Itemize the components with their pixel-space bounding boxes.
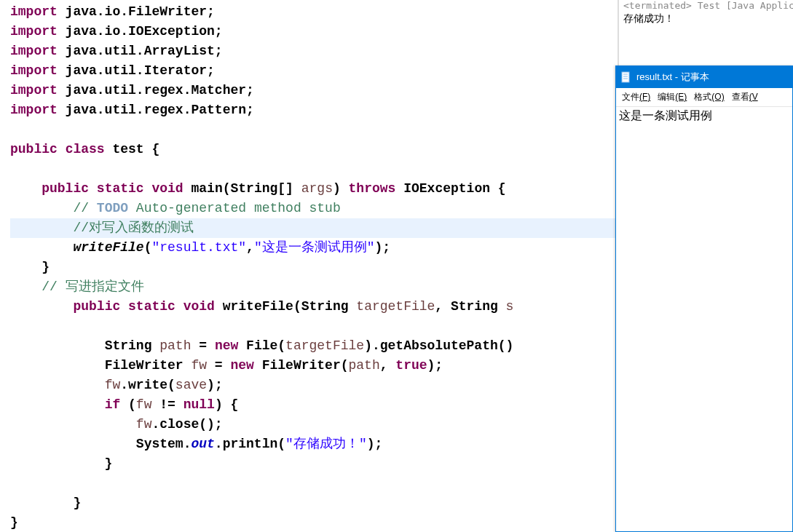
filewriter-line: FileWriter fw = new FileWriter(path, tru… <box>10 356 618 376</box>
file-comment: // 写进指定文件 <box>10 277 618 297</box>
path-line: String path = new File(targetFile).getAb… <box>10 336 618 356</box>
code-line: import java.util.regex.Pattern; <box>10 100 618 120</box>
class-declaration: public class test { <box>10 140 618 159</box>
close-class-brace: } <box>10 513 618 532</box>
highlighted-comment: //对写入函数的测试 <box>10 218 618 238</box>
notepad-window[interactable]: result.txt - 记事本 文件(F) 编辑(E) 格式(O) 查看(V … <box>615 65 793 532</box>
fw-write-line: fw.write(save); <box>10 376 618 395</box>
if-line: if (fw != null) { <box>10 395 618 415</box>
close-if-brace: } <box>10 454 618 474</box>
blank-line <box>10 159 618 179</box>
code-line: import java.util.Iterator; <box>10 61 618 81</box>
notepad-content[interactable]: 这是一条测试用例 <box>616 107 792 125</box>
blank-line <box>10 474 618 493</box>
notepad-titlebar[interactable]: result.txt - 记事本 <box>616 66 792 88</box>
notepad-icon <box>620 71 632 83</box>
blank-line <box>10 120 618 140</box>
console-output: 存储成功！ <box>620 11 793 27</box>
code-editor[interactable]: import java.io.FileWriter; import java.i… <box>0 0 619 532</box>
main-method: public static void main(String[] args) t… <box>10 179 618 199</box>
code-line: import java.util.regex.Matcher; <box>10 81 618 100</box>
console-header: <terminated> Test [Java Applic <box>620 0 793 11</box>
writefile-call: writeFile("result.txt","这是一条测试用例"); <box>10 238 618 258</box>
code-line: import java.io.IOException; <box>10 22 618 41</box>
notepad-menubar[interactable]: 文件(F) 编辑(E) 格式(O) 查看(V <box>616 88 792 107</box>
code-line: import java.util.ArrayList; <box>10 41 618 61</box>
menu-format[interactable]: 格式(O) <box>691 90 727 105</box>
svg-rect-0 <box>622 72 629 82</box>
menu-view[interactable]: 查看(V <box>729 90 761 105</box>
menu-edit[interactable]: 编辑(E) <box>655 90 690 105</box>
println-line: System.out.println("存储成功！"); <box>10 434 618 454</box>
close-main-brace: } <box>10 258 618 277</box>
fw-close-line: fw.close(); <box>10 415 618 434</box>
code-line: import java.io.FileWriter; <box>10 2 618 22</box>
writefile-method: public static void writeFile(String targ… <box>10 297 618 317</box>
close-writefile-brace: } <box>10 493 618 513</box>
blank-line <box>10 317 618 336</box>
menu-file[interactable]: 文件(F) <box>619 90 653 105</box>
todo-comment: // TODO Auto-generated method stub <box>10 199 618 218</box>
console-panel[interactable]: <terminated> Test [Java Applic 存储成功！ <box>620 0 793 65</box>
notepad-title: result.txt - 记事本 <box>636 71 709 84</box>
